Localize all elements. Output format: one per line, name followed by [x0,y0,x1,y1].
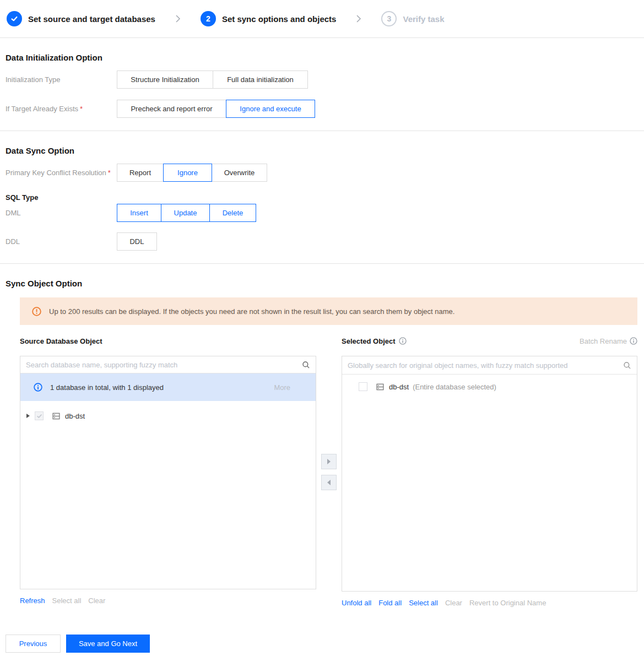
arrow-left-icon [327,480,331,485]
section-title: Data Initialization Option [6,53,644,62]
select-all-link[interactable]: Select all [409,599,438,607]
option-delete[interactable]: Delete [209,204,256,222]
search-icon [623,361,631,370]
divider [0,263,644,264]
select-all-link[interactable]: Select all [52,597,82,605]
source-tree: db-dst [20,401,316,589]
refresh-link[interactable]: Refresh [20,597,45,605]
step-3: 3 Verify task [381,11,444,26]
db-dst-checkbox[interactable] [35,411,44,420]
previous-button[interactable]: Previous [6,635,61,653]
selected-row-db-dst[interactable]: db-dst (Entire database selected) [359,382,637,391]
chevron-right-icon [356,14,361,23]
clear-link[interactable]: Clear [445,599,462,607]
database-icon [376,383,385,391]
initialization-type-group: Structure Initialization Full data initi… [117,71,308,89]
db-note: (Entire database selected) [413,383,496,391]
batch-rename-button[interactable]: Batch Rename [580,337,637,345]
option-overwrite[interactable]: Overwrite [212,164,267,182]
data-initialization-section: Data Initialization Option Initializatio… [0,53,644,131]
fold-all-link[interactable]: Fold all [378,599,402,607]
option-precheck-report-error[interactable]: Precheck and report error [117,100,226,118]
step-2-label: Set sync options and objects [222,14,337,24]
dml-group: Insert Update Delete [117,204,256,222]
source-search-input[interactable] [26,361,302,369]
move-left-button[interactable] [321,475,337,490]
step-2-number-badge: 2 [201,11,216,26]
section-title: Sync Object Option [6,279,644,288]
ddl-label: DDL [0,237,117,246]
step-3-number-badge: 3 [381,11,397,26]
chevron-right-icon [175,14,181,23]
clear-link[interactable]: Clear [88,597,105,605]
option-full-data-initialization[interactable]: Full data initialization [213,71,308,89]
batch-rename-info-icon[interactable] [630,337,637,345]
transfer-controls [316,337,342,607]
option-update[interactable]: Update [161,204,210,222]
ddl-group: DDL [117,232,157,251]
wizard-footer: Previous Save and Go Next [6,635,644,653]
check-icon [10,15,18,23]
database-icon [52,412,61,420]
option-insert[interactable]: Insert [117,204,161,222]
section-title: Data Sync Option [6,146,644,155]
selected-object-panel: db-dst (Entire database selected) [342,356,637,592]
tree-row-db-dst[interactable]: db-dst [25,410,316,422]
search-icon [302,361,310,369]
sync-object-section: Sync Object Option Up to 200 results can… [0,279,644,607]
if-target-exists-label: If Target Already Exists* [0,105,117,113]
revert-original-name-link[interactable]: Revert to Original Name [469,599,546,607]
step-1: Set source and target databases [7,11,155,26]
save-and-go-next-button[interactable]: Save and Go Next [66,635,150,653]
initialization-type-label: Initialization Type [0,75,117,84]
option-ddl[interactable]: DDL [117,232,157,251]
db-name: db-dst [65,412,85,420]
sql-type-title: SQL Type [6,193,644,202]
arrow-right-icon [327,459,331,464]
step-2: 2 Set sync options and objects [201,11,337,26]
source-database-panel: 1 database in total, with 1 displayed Mo… [20,356,316,589]
option-ignore-and-execute[interactable]: Ignore and execute [226,100,315,118]
source-info-bar: 1 database in total, with 1 displayed Mo… [20,373,316,401]
warning-banner: Up to 200 results can be displayed. If t… [20,297,637,325]
expand-caret-icon[interactable] [26,414,30,418]
option-report[interactable]: Report [117,164,164,182]
wizard-stepper: Set source and target databases 2 Set sy… [0,0,644,37]
source-panel-title: Source Database Object [20,337,102,345]
selected-panel-title: Selected Object [342,337,396,345]
data-sync-section: Data Sync Option Primary Key Conflict Re… [0,146,644,263]
pk-conflict-group: Report Ignore Overwrite [117,164,267,182]
dml-label: DML [0,209,117,217]
selected-search-row [342,356,637,375]
source-count-text: 1 database in total, with 1 displayed [50,383,164,392]
unfold-all-link[interactable]: Unfold all [342,599,371,607]
step-1-done-badge [7,11,22,26]
db-name: db-dst [389,383,409,391]
selected-object-info-icon[interactable] [399,337,407,345]
move-right-button[interactable] [321,454,337,469]
divider [0,131,644,131]
pk-conflict-label: Primary Key Conflict Resolution* [0,169,117,177]
info-icon [34,383,42,392]
option-ignore[interactable]: Ignore [163,164,212,182]
selected-search-input[interactable] [348,361,623,370]
warning-text: Up to 200 results can be displayed. If t… [49,307,454,316]
more-link[interactable]: More [274,383,290,392]
source-search-row [20,356,316,373]
step-1-label: Set source and target databases [28,14,155,24]
step-3-label: Verify task [403,14,444,24]
warning-icon [32,307,41,316]
option-structure-initialization[interactable]: Structure Initialization [117,71,213,89]
divider [0,37,644,38]
if-target-exists-group: Precheck and report error Ignore and exe… [117,100,315,118]
selected-db-checkbox[interactable] [359,382,367,391]
